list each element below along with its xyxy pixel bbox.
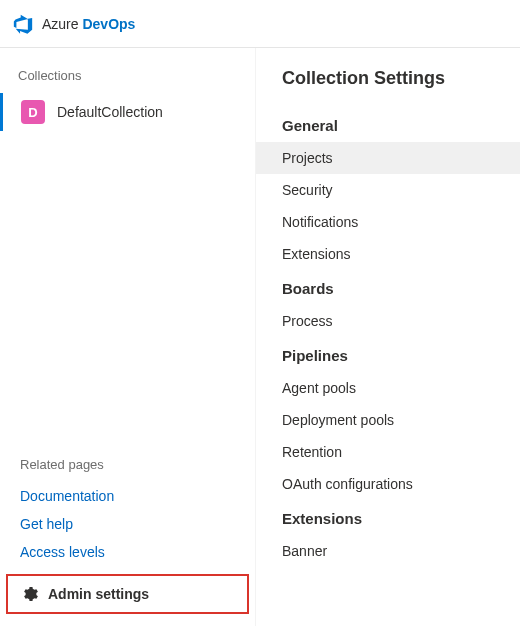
menu-item-agent-pools[interactable]: Agent pools — [256, 372, 520, 404]
menu-item-notifications[interactable]: Notifications — [256, 206, 520, 238]
group-header-extensions: Extensions — [256, 500, 520, 535]
product-name: Azure DevOps — [42, 16, 135, 32]
admin-settings-button[interactable]: Admin settings — [6, 574, 249, 614]
sidebar: Collections D DefaultCollection Related … — [0, 48, 256, 626]
collections-label: Collections — [0, 68, 255, 93]
menu-item-process[interactable]: Process — [256, 305, 520, 337]
collection-avatar: D — [21, 100, 45, 124]
link-get-help[interactable]: Get help — [0, 510, 255, 538]
page-title: Collection Settings — [256, 68, 520, 107]
brand-part2: DevOps — [82, 16, 135, 32]
menu-item-security[interactable]: Security — [256, 174, 520, 206]
brand-part1: Azure — [42, 16, 79, 32]
group-header-pipelines: Pipelines — [256, 337, 520, 372]
link-documentation[interactable]: Documentation — [0, 482, 255, 510]
menu-item-projects[interactable]: Projects — [256, 142, 520, 174]
menu-item-extensions[interactable]: Extensions — [256, 238, 520, 270]
related-pages-label: Related pages — [0, 457, 255, 482]
menu-item-oauth[interactable]: OAuth configurations — [256, 468, 520, 500]
menu-item-banner[interactable]: Banner — [256, 535, 520, 567]
link-access-levels[interactable]: Access levels — [0, 538, 255, 566]
menu-item-deployment-pools[interactable]: Deployment pools — [256, 404, 520, 436]
gear-icon — [22, 586, 38, 602]
group-header-boards: Boards — [256, 270, 520, 305]
menu-item-retention[interactable]: Retention — [256, 436, 520, 468]
collection-name: DefaultCollection — [57, 104, 163, 120]
collection-item-default[interactable]: D DefaultCollection — [0, 93, 255, 131]
group-header-general: General — [256, 107, 520, 142]
top-bar: Azure DevOps — [0, 0, 520, 48]
admin-settings-label: Admin settings — [48, 586, 149, 602]
main-content: Collection Settings General Projects Sec… — [256, 48, 520, 626]
azure-devops-logo-icon — [12, 13, 34, 35]
